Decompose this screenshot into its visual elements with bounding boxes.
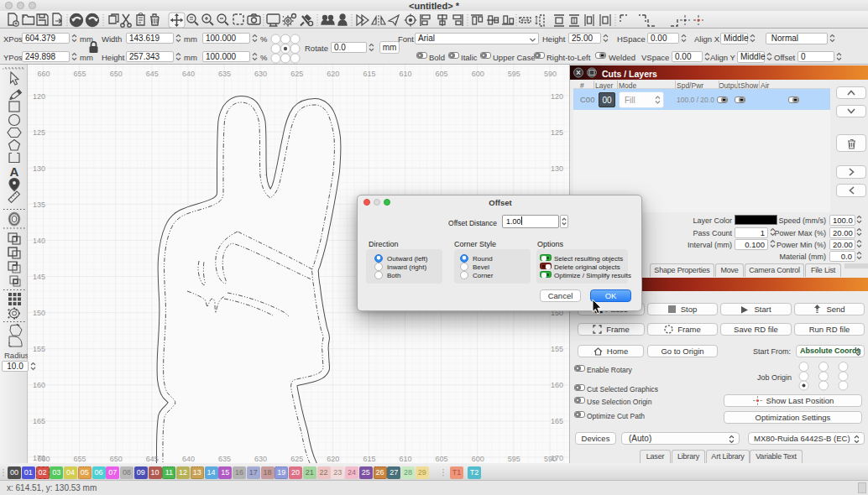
svg-text:155: 155 — [551, 345, 563, 353]
svg-text:140: 140 — [33, 237, 45, 245]
svg-text:120: 120 — [551, 92, 563, 101]
svg-text:620: 620 — [327, 455, 339, 463]
svg-text:650: 650 — [110, 70, 123, 78]
svg-text:155: 155 — [33, 345, 45, 353]
svg-text:640: 640 — [182, 455, 195, 463]
svg-text:630: 630 — [254, 70, 267, 78]
svg-text:120: 120 — [33, 92, 45, 101]
svg-text:590: 590 — [544, 70, 557, 78]
svg-text:630: 630 — [254, 455, 267, 463]
svg-text:615: 615 — [363, 455, 375, 463]
svg-text:615: 615 — [363, 70, 375, 78]
svg-text:625: 625 — [290, 70, 303, 78]
svg-text:655: 655 — [74, 70, 86, 78]
svg-text:595: 595 — [508, 455, 520, 463]
svg-text:170: 170 — [33, 454, 45, 462]
svg-text:130: 130 — [551, 164, 563, 173]
svg-text:125: 125 — [551, 128, 563, 137]
svg-text:165: 165 — [33, 417, 45, 425]
svg-text:A: A — [10, 164, 19, 179]
svg-text:635: 635 — [218, 455, 231, 463]
svg-text:160: 160 — [551, 381, 563, 389]
svg-text:605: 605 — [436, 455, 448, 463]
svg-text:645: 645 — [146, 455, 159, 463]
svg-text:600: 600 — [472, 455, 484, 463]
svg-text:595: 595 — [508, 70, 520, 78]
svg-text:150: 150 — [33, 309, 45, 317]
svg-text:660: 660 — [37, 70, 50, 78]
svg-text:160: 160 — [33, 381, 45, 389]
svg-text:165: 165 — [551, 417, 563, 425]
svg-text:170: 170 — [551, 454, 563, 462]
svg-text:620: 620 — [327, 70, 339, 78]
svg-text:145: 145 — [33, 273, 45, 281]
svg-text:625: 625 — [290, 455, 303, 463]
svg-text:610: 610 — [399, 70, 411, 78]
svg-text:635: 635 — [218, 70, 231, 78]
svg-text:125: 125 — [33, 128, 45, 137]
svg-text:645: 645 — [146, 70, 159, 78]
svg-text:655: 655 — [74, 455, 86, 463]
svg-text:650: 650 — [110, 455, 123, 463]
svg-text:640: 640 — [182, 70, 195, 78]
svg-text:600: 600 — [472, 70, 484, 78]
svg-text:610: 610 — [399, 455, 411, 463]
svg-text:130: 130 — [33, 164, 45, 173]
svg-text:605: 605 — [436, 70, 448, 78]
svg-text:135: 135 — [33, 201, 45, 209]
